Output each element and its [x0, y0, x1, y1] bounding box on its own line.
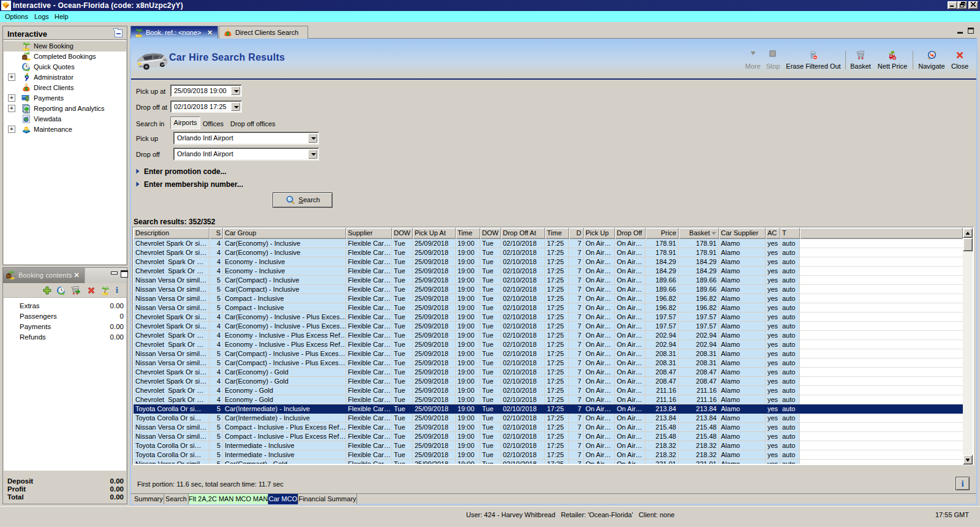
svg-text:$: $ [26, 94, 29, 103]
